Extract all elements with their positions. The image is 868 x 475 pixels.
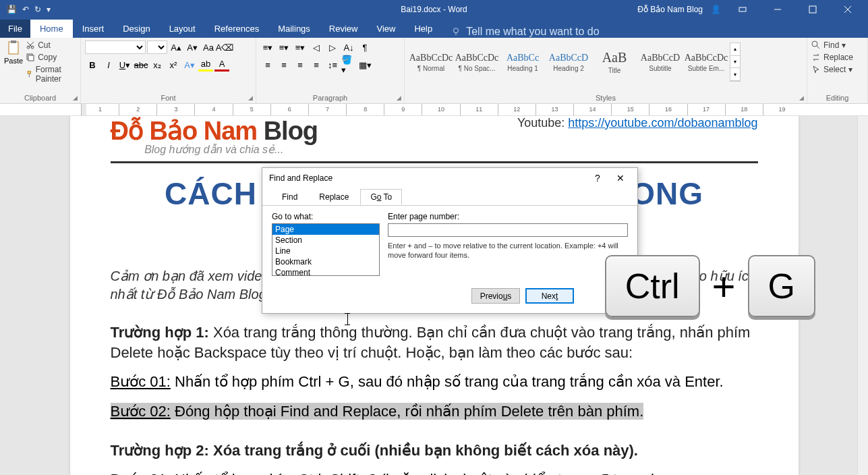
align-left-button[interactable]: ≡ (260, 58, 275, 72)
style-item[interactable]: AaBbCcDSubtitle (638, 43, 683, 82)
subscript-button[interactable]: x₂ (150, 58, 165, 72)
close-button[interactable] (834, 0, 861, 19)
paste-button[interactable]: Paste (4, 40, 23, 84)
user-avatar-icon[interactable]: 👤 (711, 5, 721, 14)
step-1b: Bước 01: Nhấn tổ hợp phím Ctrl+Shift+8 (… (111, 470, 758, 475)
previous-button[interactable]: Previous (471, 288, 520, 304)
multilevel-button[interactable]: ≡▾ (293, 40, 308, 54)
text-effects-button[interactable]: A▾ (182, 58, 197, 72)
case-1: Trường hợp 1: Xóa trang trắng thông thườ… (111, 323, 758, 362)
tab-replace[interactable]: Replace (309, 189, 359, 205)
style-item[interactable]: AaBTitle (592, 43, 637, 82)
tab-insert[interactable]: Insert (73, 20, 114, 38)
undo-icon[interactable]: ↶ (22, 5, 29, 14)
align-center-button[interactable]: ≡ (277, 58, 291, 72)
youtube-link[interactable]: https://youtube.com/dobaonamblog (568, 116, 757, 130)
bold-button[interactable]: B (85, 58, 100, 72)
style-item[interactable]: AaBbCcDc¶ No Spac... (455, 43, 499, 82)
goto-what-listbox[interactable]: PageSectionLineBookmarkCommentFootnote (272, 223, 380, 276)
copy-button[interactable]: Copy (26, 53, 76, 62)
sort-button[interactable]: A↓ (341, 40, 356, 54)
group-label: Clipboard (0, 94, 80, 102)
style-item[interactable]: AaBbCcDcSubtle Em... (684, 43, 728, 82)
tab-references[interactable]: References (205, 20, 268, 38)
svg-point-17 (812, 41, 817, 47)
italic-button[interactable]: I (101, 58, 116, 72)
group-clipboard: Paste Cut Copy Format Painter Clipboard … (0, 38, 81, 103)
highlight-button[interactable]: ab (198, 58, 213, 72)
svg-rect-14 (28, 55, 34, 61)
superscript-button[interactable]: x² (166, 58, 181, 72)
svg-rect-15 (28, 71, 31, 74)
dialog-help-button[interactable]: ? (587, 170, 608, 186)
tell-me-search[interactable]: Tell me what you want to do (442, 26, 599, 38)
tab-view[interactable]: View (367, 20, 405, 38)
styles-more-button[interactable]: ▴▾▾ (730, 43, 741, 82)
user-name[interactable]: Đỗ Bảo Nam Blog (637, 5, 703, 14)
dialog-launcher-icon[interactable]: ◢ (73, 94, 78, 101)
dialog-launcher-icon[interactable]: ◢ (248, 94, 253, 101)
tab-design[interactable]: Design (113, 20, 159, 38)
svg-rect-8 (11, 40, 16, 43)
save-icon[interactable]: 💾 (7, 5, 17, 14)
tab-layout[interactable]: Layout (160, 20, 205, 38)
style-item[interactable]: AaBbCcDHeading 2 (546, 43, 591, 82)
tab-mailings[interactable]: Mailings (268, 20, 320, 38)
borders-button[interactable]: ▦▾ (357, 58, 372, 72)
svg-line-18 (817, 46, 819, 49)
cut-button[interactable]: Cut (26, 40, 76, 50)
dialog-title: Find and Replace (269, 173, 332, 183)
increase-indent-button[interactable]: ▷ (325, 40, 340, 54)
next-button[interactable]: Next (525, 288, 574, 304)
font-color-button[interactable]: A (214, 58, 229, 72)
decrease-indent-button[interactable]: ◁ (309, 40, 324, 54)
vertical-scrollbar[interactable] (857, 116, 868, 475)
bullets-button[interactable]: ≡▾ (260, 40, 275, 54)
dialog-launcher-icon[interactable]: ◢ (397, 94, 401, 101)
tab-review[interactable]: Review (320, 20, 368, 38)
dialog-close-button[interactable]: ✕ (610, 170, 631, 186)
numbering-button[interactable]: ≡▾ (277, 40, 291, 54)
style-item[interactable]: AaBbCcHeading 1 (500, 43, 545, 82)
tab-home[interactable]: Home (30, 20, 73, 38)
show-marks-button[interactable]: ¶ (357, 40, 372, 54)
ribbon-options-icon[interactable] (729, 0, 756, 19)
select-button[interactable]: Select▾ (811, 65, 863, 74)
goto-item[interactable]: Comment (272, 267, 379, 276)
maximize-button[interactable] (799, 0, 826, 19)
qat-more-icon[interactable]: ▾ (47, 5, 51, 14)
tab-find[interactable]: Find (272, 189, 308, 205)
clear-format-button[interactable]: A⌫ (217, 40, 232, 54)
dialog-launcher-icon[interactable]: ◢ (799, 94, 804, 101)
font-name-select[interactable] (85, 40, 146, 54)
goto-item[interactable]: Page (272, 224, 379, 235)
goto-item[interactable]: Line (272, 246, 379, 256)
line-spacing-button[interactable]: ↕≡ (325, 58, 340, 72)
tab-file[interactable]: File (0, 20, 30, 38)
redo-icon[interactable]: ↻ (34, 5, 41, 14)
shrink-font-button[interactable]: A▾ (185, 40, 200, 54)
justify-button[interactable]: ≡ (309, 58, 324, 72)
font-size-select[interactable] (147, 40, 167, 54)
minimize-button[interactable] (764, 0, 791, 19)
align-right-button[interactable]: ≡ (293, 58, 308, 72)
format-painter-button[interactable]: Format Painter (26, 65, 76, 84)
horizontal-ruler[interactable]: 12345678910111213141516171819 (0, 104, 868, 116)
find-button[interactable]: Find▾ (811, 40, 863, 50)
grow-font-button[interactable]: A▴ (169, 40, 183, 54)
underline-button[interactable]: U▾ (117, 58, 132, 72)
strike-button[interactable]: abc (134, 58, 148, 72)
style-item[interactable]: AaBbCcDc¶ Normal (409, 43, 453, 82)
svg-point-5 (454, 28, 459, 33)
page-number-input[interactable] (388, 223, 628, 237)
group-label: Editing (807, 94, 867, 102)
goto-item[interactable]: Bookmark (272, 256, 379, 267)
change-case-button[interactable]: Aa (201, 40, 216, 54)
goto-item[interactable]: Section (272, 235, 379, 246)
tab-goto[interactable]: Go To (360, 189, 402, 205)
key-g: G (748, 255, 815, 317)
replace-button[interactable]: Replace (811, 53, 863, 62)
brush-icon (26, 69, 33, 79)
tab-help[interactable]: Help (405, 20, 442, 38)
shading-button[interactable]: 🪣▾ (341, 58, 356, 72)
